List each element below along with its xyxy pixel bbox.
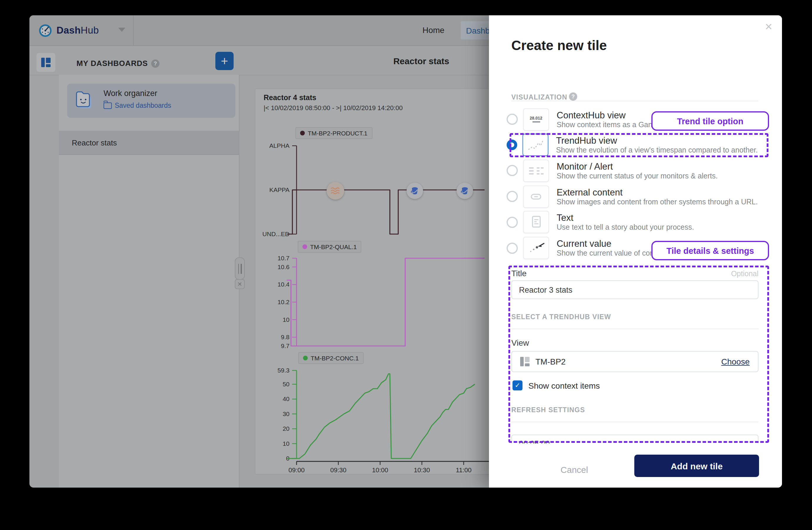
option-description: Show the evolution of a view's timespan … [556, 146, 758, 155]
tile-title: Reactor 4 stats [264, 94, 316, 102]
dashboard-grid-button[interactable] [37, 53, 55, 72]
app-window: DashHub Home Dashboards MY DASHBOARDS ? … [29, 15, 782, 488]
divider [511, 422, 758, 422]
sidebar-title: MY DASHBOARDS [76, 59, 148, 68]
svg-text:09:00: 09:00 [288, 466, 304, 474]
svg-text:9.8: 9.8 [281, 334, 290, 340]
view-value: TM-BP2 [535, 357, 715, 366]
optional-label: Optional [731, 270, 758, 278]
sidebar-item-subtitle: Saved dashboards [104, 102, 171, 109]
option-description: Show the current status of your monitors… [557, 172, 717, 181]
brand-name: DashHub [57, 25, 99, 36]
option-title: Text [557, 212, 694, 223]
svg-text:20: 20 [283, 425, 290, 432]
option-title: Current value [557, 238, 656, 249]
saved-dashboards-label: Saved dashboards [115, 102, 171, 109]
dashboard-grid-icon [41, 58, 50, 67]
section-refresh: REFRESH SETTINGS [511, 406, 585, 414]
title-input[interactable] [511, 280, 758, 299]
monitor-icon [523, 159, 549, 182]
series-TM-BP2-CONC.1 [287, 374, 475, 458]
refresh-interval-clipped: 00:05:00 [511, 435, 758, 444]
viz-option-trendhub-view[interactable]: TrendHub viewShow the evolution of a vie… [507, 132, 766, 157]
svg-text:50: 50 [283, 381, 290, 388]
svg-text:11:00: 11:00 [456, 466, 471, 474]
close-icon[interactable]: ✕ [765, 21, 772, 32]
svg-text:ALPHA: ALPHA [269, 142, 290, 149]
svg-text:UND...ED: UND...ED [262, 231, 290, 237]
modal-title: Create new tile [511, 38, 607, 54]
svg-text:10.6: 10.6 [277, 264, 290, 270]
cancel-button[interactable]: Cancel [554, 458, 595, 480]
splitter-drag-handle[interactable] [235, 257, 245, 280]
value-icon [523, 237, 549, 259]
option-title: ContextHub view [557, 109, 656, 121]
create-tile-panel: ✕ Create new tile VISUALIZATION ? 28.012… [489, 15, 782, 488]
svg-text:10: 10 [283, 316, 290, 323]
viz-option-external-content[interactable]: External contentShow images and content … [507, 184, 766, 209]
legend-qual: TM-BP2-QUAL.1 [298, 241, 362, 253]
checkbox-checked-icon[interactable]: ✓ [512, 380, 522, 390]
radio-button[interactable] [507, 242, 518, 253]
option-title: Monitor / Alert [557, 161, 717, 172]
radio-button[interactable] [507, 165, 518, 176]
svg-text:KAPPA: KAPPA [270, 186, 290, 193]
svg-text:10:00: 10:00 [372, 466, 388, 474]
option-description: Use text to tell a story about your proc… [557, 223, 694, 232]
svg-text:10.7: 10.7 [277, 255, 290, 262]
svg-text:10: 10 [283, 440, 290, 447]
divider [59, 154, 239, 155]
brand-hub: Hub [81, 25, 99, 35]
series-TM-BP2-PRODUCT.1 [287, 190, 484, 234]
sidebar-item-work-organizer[interactable]: Work organizer Saved dashboards [67, 84, 235, 118]
view-grid-icon [520, 357, 530, 366]
dashhub-logo-icon [39, 24, 52, 37]
context-item-bucket-icon[interactable] [407, 182, 423, 199]
show-context-items-row[interactable]: ✓ Show context items [512, 380, 600, 390]
svg-text:09:30: 09:30 [330, 466, 346, 474]
screenshot-stage: DashHub Home Dashboards MY DASHBOARDS ? … [0, 0, 812, 530]
trend-tile-option-badge: Trend tile option [651, 111, 769, 131]
radio-selected[interactable] [507, 140, 517, 150]
divider [511, 101, 758, 101]
help-icon[interactable]: ? [151, 59, 159, 68]
option-title: External content [557, 186, 758, 198]
nav-item-home[interactable]: Home [422, 25, 445, 35]
title-label: Title [511, 268, 527, 278]
splitter-close-button[interactable]: ✕ [235, 279, 245, 289]
svg-text:10.4: 10.4 [277, 281, 290, 288]
sidebar-item-title: Work organizer [104, 89, 157, 98]
chevron-down-icon[interactable] [118, 28, 125, 32]
show-context-items-label: Show context items [528, 381, 600, 390]
brand-dash: Dash [57, 25, 81, 35]
add-dashboard-button[interactable]: + [215, 52, 234, 70]
viz-option-monitor-alert[interactable]: Monitor / AlertShow the current status o… [507, 158, 766, 183]
trend-icon [522, 134, 548, 156]
smiley-folder-icon [75, 89, 93, 111]
svg-text:9.7: 9.7 [281, 343, 290, 349]
page-title: Reactor stats [362, 56, 480, 66]
tile-timespan: |< 10/02/2019 08:50:00 - >| 10/02/2019 1… [264, 104, 403, 111]
view-label: View [511, 338, 529, 347]
svg-text:40: 40 [283, 395, 290, 402]
radio-button[interactable] [507, 114, 518, 125]
section-visualization: VISUALIZATION [511, 94, 567, 101]
option-description: Show the current value of com [557, 249, 656, 258]
svg-text:59.3: 59.3 [277, 367, 290, 374]
add-new-tile-button[interactable]: Add new tile [634, 455, 759, 477]
choose-link[interactable]: Choose [721, 357, 750, 366]
option-description: Show images and content from other syste… [557, 198, 758, 206]
refresh-interval-input[interactable]: 00:05:00 [511, 435, 758, 444]
tile-details-settings-badge: Tile details & settings [651, 241, 769, 260]
folder-icon [104, 102, 112, 109]
section-select-view: SELECT A TRENDHUB VIEW [511, 313, 611, 320]
sidebar-item-reactor-stats[interactable]: Reactor stats [59, 131, 239, 154]
visualization-help-icon[interactable]: ? [569, 93, 577, 101]
radio-button[interactable] [507, 217, 518, 228]
svg-text:10.2: 10.2 [277, 298, 290, 305]
viz-option-text[interactable]: TextUse text to tell a story about your … [507, 210, 766, 235]
radio-button[interactable] [507, 191, 518, 202]
topbar-divider [133, 15, 133, 45]
dashboards-sidebar: Work organizer Saved dashboards Reactor … [59, 75, 240, 488]
gantt-icon: 28.012 [523, 108, 549, 130]
